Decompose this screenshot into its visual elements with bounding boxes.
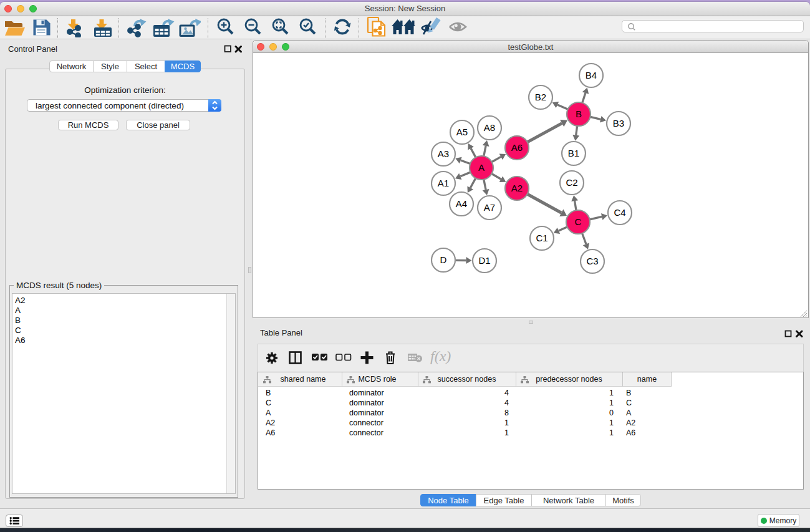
svg-text:C: C: [575, 216, 582, 227]
svg-text:D1: D1: [478, 255, 490, 266]
svg-text:B1: B1: [568, 148, 579, 158]
svg-text:A4: A4: [456, 198, 467, 209]
svg-text:C4: C4: [614, 207, 625, 218]
svg-text:C1: C1: [536, 233, 547, 243]
svg-text:C2: C2: [566, 177, 577, 188]
svg-text:A2: A2: [511, 183, 523, 193]
svg-text:A5: A5: [456, 127, 468, 137]
svg-text:A: A: [478, 162, 485, 173]
svg-text:A6: A6: [511, 142, 523, 153]
svg-text:A3: A3: [438, 148, 449, 159]
svg-text:A1: A1: [438, 178, 449, 188]
svg-text:B4: B4: [586, 70, 597, 80]
svg-text:B: B: [576, 109, 582, 119]
svg-text:B3: B3: [613, 118, 624, 128]
svg-text:A8: A8: [484, 122, 495, 133]
svg-text:D: D: [440, 254, 447, 265]
svg-text:B2: B2: [535, 92, 546, 102]
svg-text:C3: C3: [586, 256, 598, 266]
svg-text:A7: A7: [484, 202, 495, 213]
